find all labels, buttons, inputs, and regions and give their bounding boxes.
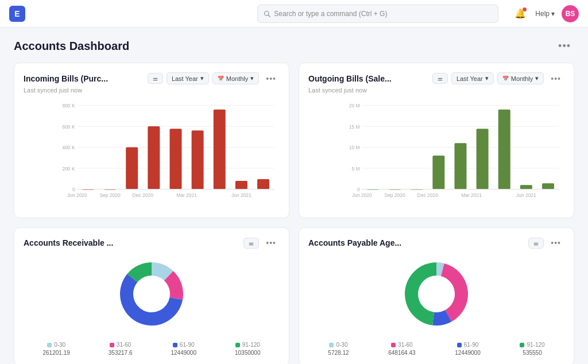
outgoing-bills-header: Outgoing Bills (Sale... ⚌ Last Year ▾ 📅 … <box>308 72 564 84</box>
topbar: E Search or type a command (Ctrl + G) 🔔 … <box>0 0 588 28</box>
legend-range-label: 31-60 <box>398 342 413 348</box>
svg-text:Jun 2021: Jun 2021 <box>516 192 536 198</box>
svg-rect-42 <box>477 129 489 189</box>
svg-text:800 K: 800 K <box>62 103 75 109</box>
svg-rect-43 <box>498 110 510 189</box>
receivable-title: Accounts Receivable ... <box>24 238 243 247</box>
incoming-bills-card: Incoming Bills (Purc... ⚌ Last Year ▾ 📅 … <box>14 63 289 218</box>
receivable-chart <box>24 251 280 337</box>
topbar-right: 🔔 Help ▾ BS <box>512 5 579 22</box>
legend-item: 31-60648164.43 <box>388 342 415 356</box>
svg-text:15 M: 15 M <box>349 124 360 130</box>
logo-icon: E <box>9 6 25 22</box>
outgoing-monthly-button[interactable]: 📅 Monthly ▾ <box>497 72 544 84</box>
page-content: Accounts Dashboard ••• Incoming Bills (P… <box>0 28 588 364</box>
svg-text:Jun 2021: Jun 2021 <box>231 192 252 198</box>
legend-range-label: 31-60 <box>117 342 131 348</box>
payable-filter-button[interactable]: ⚌ <box>528 238 544 249</box>
outgoing-chart: 05 M10 M15 M20 MJun 2020Sep 2020Dec 2020… <box>308 99 564 208</box>
dashboard-grid: Incoming Bills (Purc... ⚌ Last Year ▾ 📅 … <box>14 63 574 364</box>
svg-rect-45 <box>542 183 554 189</box>
page-more-button[interactable]: ••• <box>555 39 574 53</box>
search-placeholder: Search or type a command (Ctrl + G) <box>274 10 387 18</box>
notification-icon[interactable]: 🔔 <box>512 6 528 22</box>
svg-text:Dec 2020: Dec 2020 <box>133 192 154 198</box>
legend-value: 12449000 <box>455 350 481 356</box>
search-bar[interactable]: Search or type a command (Ctrl + G) <box>257 5 498 23</box>
payable-card: Accounts Payable Age... ⚌ ••• 0-305728.1… <box>299 227 574 364</box>
legend-value: 10350000 <box>235 350 261 356</box>
incoming-chart: 0200 K400 K600 K800 KJun 2020Sep 2020Dec… <box>24 99 280 208</box>
svg-rect-40 <box>432 156 444 189</box>
legend-color-dot <box>457 343 462 347</box>
legend-range-label: 61-90 <box>180 342 195 348</box>
svg-rect-19 <box>235 181 247 189</box>
payable-header: Accounts Payable Age... ⚌ ••• <box>308 237 564 249</box>
receivable-legend: 0-30261201.1931-60353217.661-90124490009… <box>24 342 280 356</box>
svg-text:Jun 2020: Jun 2020 <box>67 192 87 198</box>
outgoing-bills-card: Outgoing Bills (Sale... ⚌ Last Year ▾ 📅 … <box>299 63 574 218</box>
legend-color-dot <box>110 343 114 347</box>
outgoing-filter-button[interactable]: ⚌ <box>432 73 448 84</box>
legend-item: 0-30261201.19 <box>43 342 70 356</box>
svg-rect-20 <box>257 179 269 189</box>
svg-text:Jun 2020: Jun 2020 <box>352 192 372 198</box>
notification-dot <box>523 7 527 11</box>
outgoing-bills-controls: ⚌ Last Year ▾ 📅 Monthly ▾ ••• <box>432 72 564 84</box>
incoming-bills-title: Incoming Bills (Purc... <box>24 74 148 83</box>
outgoing-last-year-button[interactable]: Last Year ▾ <box>451 72 494 84</box>
incoming-last-year-button[interactable]: Last Year ▾ <box>167 72 209 84</box>
outgoing-more-button[interactable]: ••• <box>547 73 564 84</box>
filter-icon: ⚌ <box>533 240 539 246</box>
legend-item: 91-12010350000 <box>235 342 261 356</box>
svg-text:10 M: 10 M <box>349 145 360 150</box>
receivable-header: Accounts Receivable ... ⚌ ••• <box>24 237 280 249</box>
legend-value: 648164.43 <box>388 350 415 356</box>
legend-value: 12449000 <box>171 350 197 356</box>
svg-text:20 M: 20 M <box>349 103 360 109</box>
payable-chart <box>308 251 564 337</box>
legend-value: 353217.6 <box>109 350 133 356</box>
help-button[interactable]: Help ▾ <box>535 10 555 18</box>
svg-text:Dec 2020: Dec 2020 <box>417 192 439 198</box>
legend-color-dot <box>173 343 177 347</box>
svg-text:Mar 2021: Mar 2021 <box>461 192 482 198</box>
legend-value: 261201.19 <box>43 350 70 356</box>
incoming-monthly-button[interactable]: 📅 Monthly ▾ <box>212 72 260 84</box>
svg-rect-16 <box>169 129 181 189</box>
svg-rect-44 <box>520 185 532 189</box>
legend-value: 535550 <box>523 350 541 356</box>
incoming-more-button[interactable]: ••• <box>262 73 280 84</box>
legend-color-dot <box>47 343 52 347</box>
incoming-bills-header: Incoming Bills (Purc... ⚌ Last Year ▾ 📅 … <box>24 72 280 84</box>
filter-icon: ⚌ <box>438 75 443 82</box>
svg-text:5 M: 5 M <box>351 166 359 172</box>
svg-text:600 K: 600 K <box>62 124 75 130</box>
avatar[interactable]: BS <box>562 5 579 22</box>
svg-text:200 K: 200 K <box>62 166 75 172</box>
legend-color-dot <box>391 343 396 347</box>
page-header: Accounts Dashboard ••• <box>14 39 574 53</box>
legend-item: 0-305728.12 <box>328 342 349 356</box>
incoming-bills-controls: ⚌ Last Year ▾ 📅 Monthly ▾ ••• <box>148 72 280 84</box>
svg-line-1 <box>269 15 270 17</box>
outgoing-subtitle: Last synced just now <box>308 87 564 94</box>
legend-range-label: 0-30 <box>54 342 65 348</box>
receivable-card: Accounts Receivable ... ⚌ ••• 0-30261201… <box>14 227 289 364</box>
legend-item: 31-60353217.6 <box>109 342 133 356</box>
search-icon <box>264 10 270 17</box>
incoming-subtitle: Last synced just now <box>24 87 280 94</box>
payable-controls: ⚌ ••• <box>528 237 564 249</box>
receivable-filter-button[interactable]: ⚌ <box>243 238 259 249</box>
svg-rect-14 <box>126 148 138 189</box>
payable-more-button[interactable]: ••• <box>547 237 564 249</box>
receivable-controls: ⚌ ••• <box>243 237 280 249</box>
payable-title: Accounts Payable Age... <box>308 238 528 247</box>
svg-rect-18 <box>214 110 226 189</box>
filter-icon: ⚌ <box>153 75 158 82</box>
legend-color-dot <box>235 343 240 347</box>
incoming-filter-button[interactable]: ⚌ <box>148 73 163 84</box>
receivable-more-button[interactable]: ••• <box>262 237 280 249</box>
svg-text:400 K: 400 K <box>62 145 75 150</box>
legend-item: 91-120535550 <box>520 342 544 356</box>
